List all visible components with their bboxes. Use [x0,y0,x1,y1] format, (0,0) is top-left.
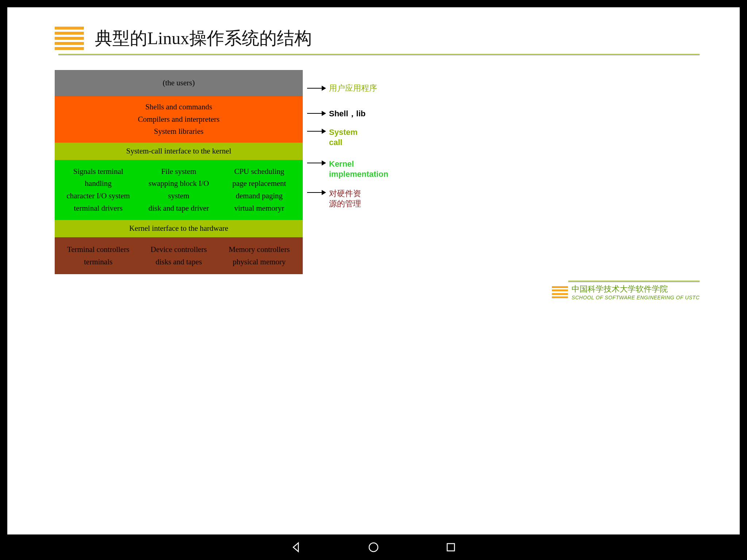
hw-col3: Memory controllers physical memory [219,240,299,272]
layer-hardware: Terminal controllers terminals Device co… [55,237,303,274]
logo-icon [55,26,84,51]
arrow-icon [307,192,325,193]
footer-text: 中国科学技术大学软件学院 SCHOOL OF SOFTWARE ENGINEER… [572,284,700,300]
footer-underline [568,281,700,282]
hw-col2: Device controllers disks and tapes [139,240,219,272]
hw-c3-l2: physical memory [221,256,297,268]
layer-shells: Shells and commands Compilers and interp… [55,96,303,143]
anno-kernel-l2: implementation [329,169,388,179]
slide-title: 典型的Linux操作系统的结构 [95,27,312,50]
back-icon[interactable] [290,541,302,553]
layer-syscall: System-call interface to the kernel [55,143,303,160]
khw-label: Kernel interface to the hardware [129,222,228,235]
layer-users: (the users) [55,70,303,96]
anno-syscall: System call [307,127,700,147]
footer-cn: 中国科学技术大学软件学院 [572,284,700,295]
diagram: (the users) Shells and commands Compiler… [55,70,700,274]
anno-hw-l2: 源的管理 [329,199,361,209]
layer-stack: (the users) Shells and commands Compiler… [55,70,303,274]
kernel-c2-l2: swapping block I/O [141,178,217,190]
kernel-col3: CPU scheduling page replacement demand p… [219,163,299,217]
layer-kernel: Signals terminal handling character I/O … [55,160,303,220]
home-icon[interactable] [368,541,379,553]
shells-line1: Shells and commands [58,101,299,113]
anno-kernel: Kernel implementation [307,159,700,179]
hw-c1-l1: Terminal controllers [60,244,136,256]
anno-users-text: 用户应用程序 [329,83,377,93]
kernel-c3-l2: page replacement [221,178,297,190]
hw-c2-l1: Device controllers [141,244,217,256]
anno-kernel-text: Kernel implementation [329,159,388,179]
layer-kernel-hw-interface: Kernel interface to the hardware [55,220,303,237]
shells-line3: System libraries [58,125,299,138]
svg-point-0 [369,543,378,552]
kernel-c3-l1: CPU scheduling [221,166,297,178]
anno-hw-l1: 对硬件资 [329,188,361,199]
title-row: 典型的Linux操作系统的结构 [55,26,700,51]
kernel-c3-l3: demand paging [221,190,297,202]
anno-hw-text: 对硬件资 源的管理 [329,188,361,209]
anno-shells-text: Shell，lib [329,109,365,119]
hw-col1: Terminal controllers terminals [58,240,139,272]
syscall-label: System-call interface to the kernel [126,145,231,158]
kernel-c2-l1: File system [141,166,217,178]
anno-syscall-text: System call [329,127,357,147]
arrow-icon [307,131,325,132]
title-underline [58,54,700,55]
arrow-icon [307,163,325,163]
arrow-icon [307,88,325,89]
footer: 中国科学技术大学软件学院 SCHOOL OF SOFTWARE ENGINEER… [55,284,700,300]
kernel-c1-l1: Signals terminal [60,166,136,178]
annotations: 用户应用程序 Shell，lib System call Kernel impl… [307,70,700,274]
footer-en: SCHOOL OF SOFTWARE ENGINEERING OF USTC [572,295,700,300]
kernel-c1-l4: terminal drivers [60,202,136,215]
layer-users-label: (the users) [163,77,195,89]
kernel-c2-l4: disk and tape driver [141,202,217,215]
anno-kernel-l1: Kernel [329,159,388,169]
hw-c2-l2: disks and tapes [141,256,217,268]
anno-hw: 对硬件资 源的管理 [307,188,700,209]
kernel-c1-l3: character I/O system [60,190,136,202]
kernel-c3-l4: virtual memoryr [221,202,297,215]
anno-syscall-l1: System [329,127,357,137]
android-nav-bar [7,534,740,560]
anno-syscall-l2: call [329,137,357,148]
kernel-c2-l3: system [141,190,217,202]
kernel-c1-l2: handling [60,178,136,190]
kernel-col2: File system swapping block I/O system di… [139,163,219,217]
shells-line2: Compilers and interpreters [58,113,299,126]
hw-c3-l1: Memory controllers [221,244,297,256]
hw-c1-l2: terminals [60,256,136,268]
slide: 典型的Linux操作系统的结构 (the users) Shells and c… [7,7,740,534]
footer-logo-icon [552,285,568,299]
arrow-icon [307,113,325,114]
anno-users: 用户应用程序 [307,83,700,93]
kernel-col1: Signals terminal handling character I/O … [58,163,139,217]
recent-icon[interactable] [445,541,457,553]
svg-rect-1 [447,544,454,551]
anno-shells: Shell，lib [307,109,700,119]
